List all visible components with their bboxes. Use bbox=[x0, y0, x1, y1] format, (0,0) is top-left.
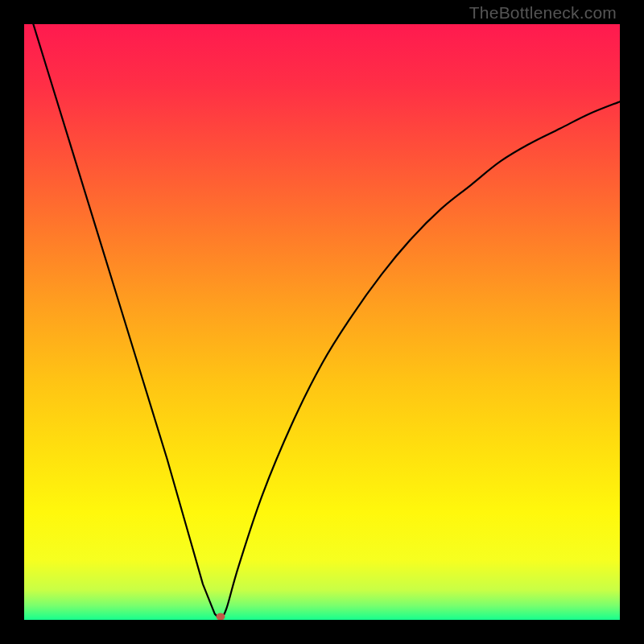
plot-area bbox=[24, 24, 620, 620]
bottleneck-curve bbox=[24, 24, 620, 620]
watermark-text: TheBottleneck.com bbox=[469, 3, 617, 23]
chart-frame: TheBottleneck.com bbox=[0, 0, 644, 644]
minimum-marker bbox=[217, 613, 225, 620]
